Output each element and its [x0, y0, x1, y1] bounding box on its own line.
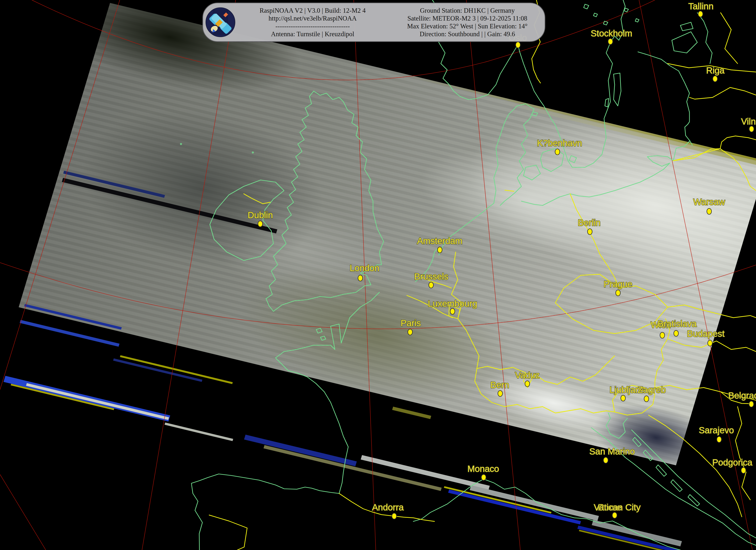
city-dot-riga — [713, 76, 717, 82]
city-dot-bern — [498, 390, 503, 396]
city-dot-k-benhavn — [555, 149, 560, 155]
city-label-vilnius: Vilnius — [741, 117, 756, 127]
city-label-luxembourg: Luxembourg — [428, 298, 477, 308]
divider-dashes: ---------------------------------- — [235, 22, 390, 30]
city-dot-vaduz — [525, 381, 530, 387]
city-dot-amsterdam — [437, 247, 442, 253]
city-label-amsterdam: Amsterdam — [417, 236, 463, 246]
city-dot-belgrade — [749, 401, 754, 407]
city-label-andorra: Andorra — [372, 502, 404, 512]
city-label-dublin: Dublin — [248, 210, 273, 220]
map-overlay: OsloStockholmTallinnRigaVilniusK?benhavn… — [0, 0, 756, 550]
city-label-tallinn: Tallinn — [688, 1, 713, 11]
city-dot-dublin — [258, 221, 263, 227]
city-dot-andorra — [392, 513, 397, 519]
city-dot-london — [358, 275, 363, 281]
city-dot-budapest — [708, 340, 712, 346]
satellite-pass: Satellite: METEOR-M2 3 | 09-12-2025 11:0… — [390, 14, 545, 22]
city-label-riga: Riga — [706, 65, 725, 75]
city-label-vaduz: Vaduz — [515, 370, 540, 380]
city-label-paris: Paris — [401, 318, 421, 328]
city-dot-stockholm — [608, 39, 613, 45]
software-url: http://qsl.net/ve3elb/RaspiNOAA — [235, 14, 390, 22]
city-dot-tallinn — [698, 11, 703, 17]
city-dot-zagreb — [644, 396, 649, 402]
city-dot-vilnius — [749, 126, 754, 132]
city-dot-wien — [660, 332, 665, 338]
city-label-k-benhavn: K?benhavn — [537, 138, 582, 148]
city-label-belgrade: Belgrade — [728, 390, 756, 400]
city-dot-sarajevo — [717, 436, 721, 442]
city-dot-podgorica — [741, 467, 746, 473]
city-dot-berlin — [588, 229, 592, 235]
satellite-capture-image: OsloStockholmTallinnRigaVilniusK?benhavn… — [0, 0, 756, 550]
city-label-london: London — [350, 263, 379, 273]
direction-gain: Direction: Southbound | | Gain: 49.6 — [390, 30, 545, 38]
city-label-podgorica: Podgorica — [712, 457, 752, 467]
city-label-vatican-city: Vatican City — [594, 502, 641, 512]
city-dot-ljubljana — [621, 395, 625, 401]
city-label-brussels: Brussels — [414, 272, 448, 281]
city-dot-brussels — [429, 282, 433, 288]
infobox-left-column: RaspiNOAA V2 | V3.0 | Build: 12-M2 4 htt… — [235, 7, 390, 38]
city-dot-oslo — [516, 42, 520, 48]
city-label-monaco: Monaco — [467, 464, 499, 474]
city-label-sarajevo: Sarajevo — [699, 425, 734, 435]
city-dot-monaco — [481, 474, 486, 480]
antenna-info: Antenna: Turnstile | Kreuzdipol — [235, 30, 390, 38]
city-dot-vatican-city — [612, 512, 617, 518]
graticule-lines — [0, 0, 756, 550]
city-label-prague: Prague — [604, 279, 632, 289]
city-label-warsaw: Warsaw — [693, 197, 725, 207]
city-markers: OsloStockholmTallinnRigaVilniusK?benhavn… — [248, 1, 756, 519]
ground-station: Ground Station: DH1KC | Germany — [390, 7, 545, 14]
city-dot-luxembourg — [450, 308, 455, 314]
infobox-right-column: Ground Station: DH1KC | Germany Satellit… — [390, 7, 545, 38]
city-dot-bratislava — [674, 330, 678, 336]
city-label-budapest: Budapest — [687, 329, 725, 339]
infobox: RaspiNOAA V2 | V3.0 | Build: 12-M2 4 htt… — [202, 3, 545, 42]
city-dot-paris — [408, 329, 412, 335]
city-label-stockholm: Stockholm — [591, 28, 632, 38]
city-label-zagreb: Zagreb — [638, 385, 666, 395]
city-label-bratislava: Bratislava — [658, 319, 697, 329]
software-version: RaspiNOAA V2 | V3.0 | Build: 12-M2 4 — [235, 7, 390, 14]
city-label-berlin: Berlin — [578, 218, 600, 228]
satellite-logo-icon — [206, 7, 235, 37]
city-dot-prague — [616, 290, 620, 296]
city-label-san-marino: San Marino — [589, 446, 635, 456]
city-label-bern: Bern — [490, 380, 509, 390]
city-dot-warsaw — [707, 209, 711, 214]
city-dot-san-marino — [603, 457, 608, 463]
elevation-info: Max Elevation: 52° West | Sun Elevation:… — [390, 22, 545, 30]
